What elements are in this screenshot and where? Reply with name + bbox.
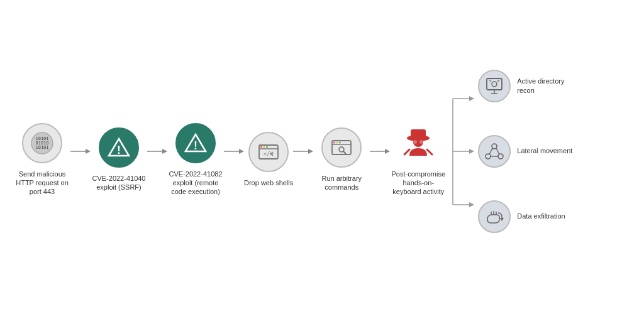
svg-point-16	[260, 146, 262, 148]
svg-point-54	[498, 154, 503, 159]
svg-point-17	[264, 146, 265, 148]
svg-line-56	[496, 148, 499, 154]
arrow-2	[147, 146, 167, 156]
svg-point-26	[339, 141, 341, 143]
svg-marker-61	[500, 218, 504, 221]
svg-point-52	[492, 144, 497, 149]
svg-marker-5	[86, 149, 91, 154]
svg-line-55	[489, 148, 492, 154]
svg-marker-44	[469, 149, 474, 154]
arrow-1	[70, 146, 91, 156]
warning-icon-ssrf: !	[107, 136, 131, 160]
network-icon	[484, 141, 504, 161]
cmd-icon	[330, 136, 353, 160]
branch-data-exfiltration: Data exfiltration	[478, 200, 574, 233]
svg-line-50	[489, 80, 491, 82]
circle-drop-web-shells: </>	[248, 132, 289, 172]
node-post-compromise: Post-compromise hands-on-keyboard activi…	[390, 123, 447, 197]
label-run-commands: Run arbitrary commands	[313, 174, 370, 192]
node-cve-rce: ! CVE-2022-41082 exploit (remote code ex…	[167, 123, 224, 197]
label-malicious-http: Send malicious HTTP request on port 443	[14, 170, 70, 197]
circle-cve-ssrf: !	[99, 127, 139, 168]
monitor-icon	[485, 77, 504, 95]
branch-lines	[447, 70, 478, 233]
svg-text:!: !	[117, 144, 121, 156]
svg-text:10101: 10101	[35, 145, 48, 150]
node-run-commands: Run arbitrary commands	[313, 127, 370, 192]
svg-point-18	[266, 146, 268, 148]
circle-data-exfiltration	[478, 200, 511, 233]
svg-point-53	[486, 154, 491, 159]
svg-marker-30	[385, 149, 390, 154]
branch-nodes: Active directory recon Lateral movement	[478, 70, 574, 233]
label-drop-web-shells: Drop web shells	[244, 178, 293, 187]
svg-marker-45	[469, 202, 474, 207]
svg-point-38	[419, 140, 423, 144]
arrow-3	[224, 146, 244, 156]
circle-lateral-movement	[478, 135, 511, 168]
binary-icon: 10101 01010 10101	[30, 131, 54, 155]
arrow-5	[370, 146, 390, 156]
circle-run-commands	[321, 127, 362, 168]
label-cve-ssrf: CVE-2022-41040 exploit (SSRF)	[91, 174, 147, 192]
label-cve-rce: CVE-2022-41082 exploit (remote code exec…	[167, 170, 224, 197]
svg-marker-21	[308, 149, 313, 154]
svg-point-37	[413, 140, 417, 144]
svg-text:!: !	[194, 139, 197, 152]
node-drop-web-shells: </> Drop web shells	[244, 132, 293, 187]
svg-line-28	[343, 151, 346, 154]
node-cve-ssrf: ! CVE-2022-41040 exploit (SSRF)	[91, 127, 147, 192]
svg-line-35	[404, 149, 409, 154]
svg-marker-9	[162, 149, 167, 154]
svg-point-27	[339, 147, 344, 152]
node-malicious-http: 10101 01010 10101 Send malicious HTTP re…	[14, 123, 70, 197]
circle-cve-rce: !	[175, 123, 216, 163]
warning-icon-rce: !	[184, 131, 208, 155]
svg-marker-43	[469, 96, 474, 101]
circle-malicious-http: 10101 01010 10101	[22, 123, 62, 163]
svg-point-25	[336, 141, 338, 143]
label-data-exfiltration: Data exfiltration	[517, 212, 565, 221]
attack-flow-diagram: 10101 01010 10101 Send malicious HTTP re…	[14, 70, 630, 249]
branch-active-directory: Active directory recon	[478, 70, 574, 102]
hacker-icon	[398, 123, 438, 163]
svg-line-36	[427, 149, 432, 154]
label-active-directory: Active directory recon	[517, 77, 574, 96]
svg-text:</>: </>	[264, 151, 274, 157]
branch-lateral-movement: Lateral movement	[478, 135, 574, 168]
svg-rect-46	[487, 78, 502, 90]
webshell-icon: </>	[257, 140, 280, 164]
svg-point-24	[333, 141, 335, 143]
label-post-compromise: Post-compromise hands-on-keyboard activi…	[390, 170, 447, 197]
svg-point-49	[492, 82, 497, 87]
circle-post-compromise	[398, 123, 438, 163]
branch-section: Active directory recon Lateral movement	[447, 70, 574, 233]
svg-marker-13	[239, 149, 244, 154]
exfil-icon	[484, 207, 504, 227]
arrow-4	[293, 146, 313, 156]
label-lateral-movement: Lateral movement	[517, 146, 572, 156]
svg-line-51	[497, 80, 499, 82]
circle-active-directory	[478, 70, 511, 102]
